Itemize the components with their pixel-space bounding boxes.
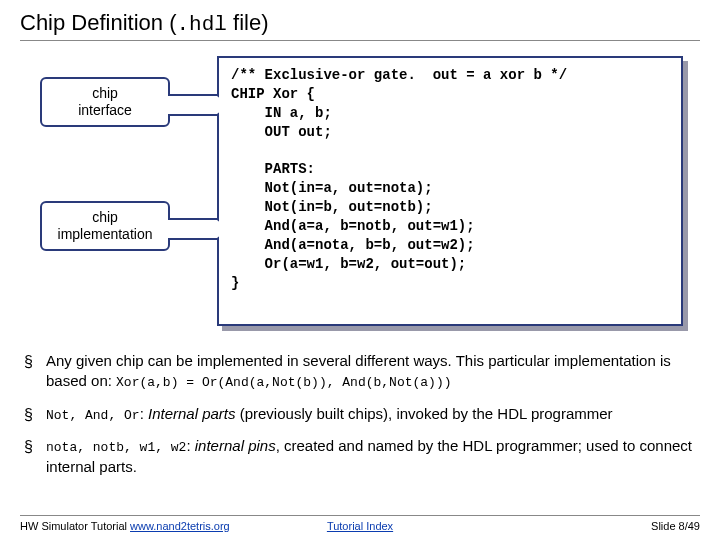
callout-implementation-label: chip implementation: [58, 209, 153, 242]
bullet-1: Any given chip can be implemented in sev…: [24, 351, 700, 392]
bullet-3: nota, notb, w1, w2: internal pins, creat…: [24, 436, 700, 477]
footer-slide-number: Slide 8/49: [651, 520, 700, 532]
title-mono: .hdl: [177, 13, 227, 36]
bullet-2-b: (previously built chips), invoked by the…: [236, 405, 613, 422]
bullet-3-code: nota, notb, w1, w2: [46, 440, 186, 455]
bullet-2-italic: Internal parts: [148, 405, 236, 422]
title-post: file): [227, 10, 269, 35]
footer: HW Simulator Tutorial www.nand2tetris.or…: [20, 515, 700, 532]
bullet-1-code: Xor(a,b) = Or(And(a,Not(b)), And(b,Not(a…: [116, 375, 451, 390]
bullet-3-a: :: [186, 437, 194, 454]
footer-left: HW Simulator Tutorial www.nand2tetris.or…: [20, 520, 230, 532]
code-box: /** Exclusive-or gate. out = a xor b */ …: [217, 56, 683, 326]
slide-title: Chip Definition (.hdl file): [20, 10, 700, 41]
callout-chip-implementation: chip implementation: [40, 201, 170, 251]
pointer-icon: [168, 94, 218, 116]
bullet-2-code: Not, And, Or: [46, 408, 140, 423]
footer-tutorial-index-link[interactable]: Tutorial Index: [327, 520, 393, 532]
callout-interface-label: chip interface: [78, 85, 132, 118]
bullet-2: Not, And, Or: Internal parts (previously…: [24, 404, 700, 425]
footer-left-text: HW Simulator Tutorial: [20, 520, 130, 532]
bullet-2-a: :: [140, 405, 148, 422]
diagram-area: chip interface chip implementation /** E…: [20, 55, 700, 343]
bullet-list: Any given chip can be implemented in sev…: [20, 351, 700, 477]
footer-link[interactable]: www.nand2tetris.org: [130, 520, 230, 532]
callout-chip-interface: chip interface: [40, 77, 170, 127]
title-pre: Chip Definition (: [20, 10, 177, 35]
bullet-3-italic: internal pins: [195, 437, 276, 454]
pointer-icon: [168, 218, 218, 240]
code-text: /** Exclusive-or gate. out = a xor b */ …: [231, 67, 567, 291]
